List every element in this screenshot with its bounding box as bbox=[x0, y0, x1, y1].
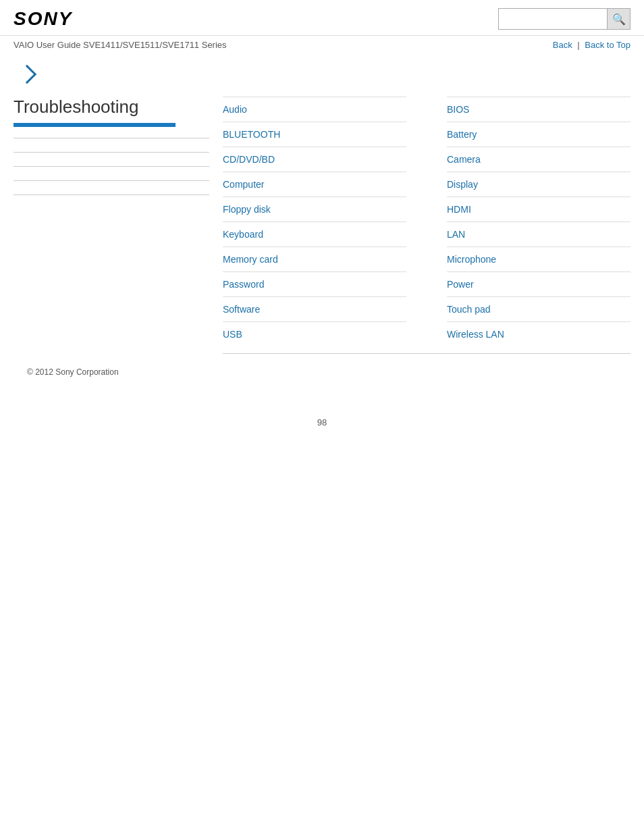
main-content: Troubleshooting bbox=[0, 54, 644, 404]
topic-link-left-4[interactable]: Floppy disk bbox=[223, 204, 271, 215]
nav-separator: | bbox=[577, 40, 579, 50]
list-item bbox=[14, 194, 209, 209]
list-item: Password bbox=[223, 271, 406, 296]
topic-link-right-0[interactable]: BIOS bbox=[447, 104, 469, 115]
topic-link-left-3[interactable]: Computer bbox=[223, 179, 264, 190]
topic-link-left-7[interactable]: Password bbox=[223, 279, 264, 290]
topic-link-left-5[interactable]: Keyboard bbox=[223, 229, 263, 240]
sidebar: Troubleshooting bbox=[14, 97, 223, 354]
topic-link-right-7[interactable]: Power bbox=[447, 279, 474, 290]
search-button[interactable]: 🔍 bbox=[607, 9, 630, 29]
topic-link-right-5[interactable]: LAN bbox=[447, 229, 465, 240]
list-item: Camera bbox=[447, 147, 630, 172]
sidebar-title: Troubleshooting bbox=[14, 97, 209, 118]
topic-link-left-8[interactable]: Software bbox=[223, 304, 260, 315]
list-item bbox=[14, 180, 209, 194]
header: SONY 🔍 bbox=[0, 0, 644, 36]
topic-link-left-6[interactable]: Memory card bbox=[223, 254, 278, 265]
back-link[interactable]: Back bbox=[553, 40, 572, 50]
sidebar-links bbox=[14, 138, 209, 209]
nav-bar: VAIO User Guide SVE1411/SVE1511/SVE1711 … bbox=[0, 36, 644, 54]
list-item: Keyboard bbox=[223, 221, 406, 246]
content-area: Troubleshooting bbox=[14, 97, 630, 354]
list-item: Display bbox=[447, 172, 630, 197]
list-item: Audio bbox=[223, 97, 406, 122]
topic-link-right-1[interactable]: Battery bbox=[447, 129, 477, 140]
list-item: Power bbox=[447, 271, 630, 296]
copyright-text: © 2012 Sony Corporation bbox=[27, 367, 119, 377]
list-item: LAN bbox=[447, 221, 630, 246]
list-item bbox=[14, 138, 209, 152]
topic-link-left-0[interactable]: Audio bbox=[223, 104, 247, 115]
topic-link-right-2[interactable]: Camera bbox=[447, 154, 481, 165]
topic-link-right-8[interactable]: Touch pad bbox=[447, 304, 491, 315]
list-item: CD/DVD/BD bbox=[223, 147, 406, 172]
search-box: 🔍 bbox=[498, 8, 630, 30]
topic-link-left-1[interactable]: BLUETOOTH bbox=[223, 129, 280, 140]
topic-link-right-6[interactable]: Microphone bbox=[447, 254, 496, 265]
sony-logo: SONY bbox=[14, 8, 72, 30]
list-item: Software bbox=[223, 296, 406, 321]
list-item: Computer bbox=[223, 172, 406, 197]
footer: © 2012 Sony Corporation bbox=[14, 354, 630, 390]
list-item: Wireless LAN bbox=[447, 321, 630, 346]
back-to-top-link[interactable]: Back to Top bbox=[585, 40, 630, 50]
topic-link-left-2[interactable]: CD/DVD/BD bbox=[223, 154, 275, 165]
list-item: Floppy disk bbox=[223, 197, 406, 221]
topic-link-right-4[interactable]: HDMI bbox=[447, 204, 471, 215]
list-item: BLUETOOTH bbox=[223, 122, 406, 147]
list-item: Memory card bbox=[223, 246, 406, 271]
topic-link-left-9[interactable]: USB bbox=[223, 329, 242, 340]
page-number: 98 bbox=[0, 404, 644, 441]
topic-link-right-9[interactable]: Wireless LAN bbox=[447, 329, 504, 340]
list-item: Touch pad bbox=[447, 296, 630, 321]
list-item: BIOS bbox=[447, 97, 630, 122]
topics-grid: AudioBIOSBLUETOOTHBatteryCD/DVD/BDCamera… bbox=[223, 97, 630, 354]
list-item bbox=[14, 152, 209, 166]
search-input[interactable] bbox=[499, 9, 607, 29]
list-item bbox=[14, 166, 209, 180]
sidebar-highlight-bar bbox=[14, 123, 176, 127]
topic-link-right-3[interactable]: Display bbox=[447, 179, 478, 190]
list-item: Battery bbox=[447, 122, 630, 147]
nav-links: Back | Back to Top bbox=[553, 40, 630, 50]
list-item: HDMI bbox=[447, 197, 630, 221]
breadcrumb: VAIO User Guide SVE1411/SVE1511/SVE1711 … bbox=[14, 40, 227, 50]
list-item: Microphone bbox=[447, 246, 630, 271]
chevron-icon bbox=[18, 65, 36, 84]
list-item: USB bbox=[223, 321, 406, 346]
